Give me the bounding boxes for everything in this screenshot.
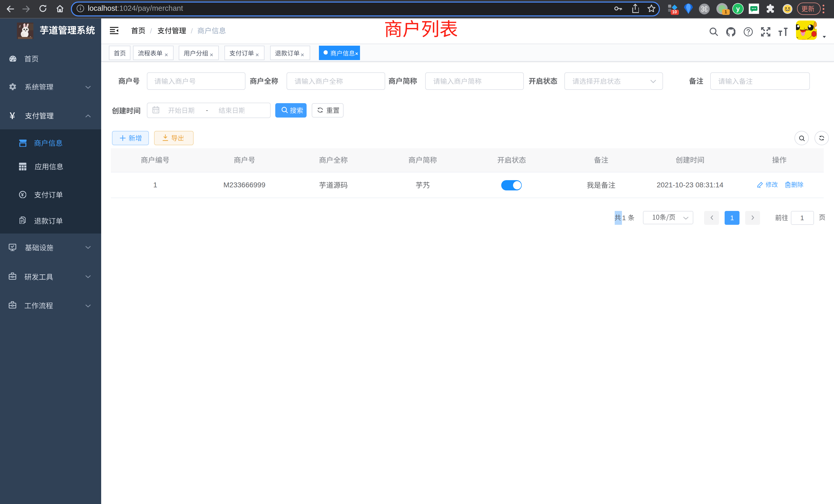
svg-text:y: y [736, 5, 740, 13]
